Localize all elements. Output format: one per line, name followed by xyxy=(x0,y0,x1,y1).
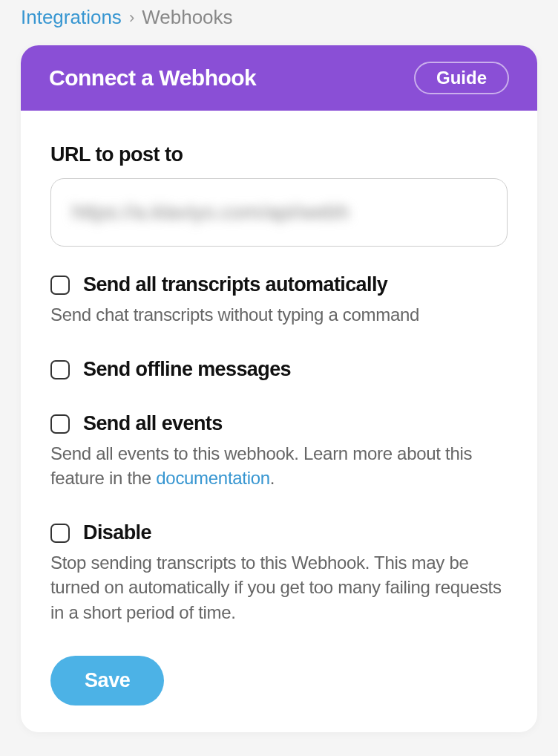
option-title: Disable xyxy=(83,521,151,544)
documentation-link[interactable]: documentation xyxy=(156,468,270,488)
option-desc: Stop sending transcripts to this Webhook… xyxy=(50,550,508,624)
option-offline-messages: Send offline messages xyxy=(50,358,508,381)
breadcrumb-separator: › xyxy=(129,8,134,27)
option-desc-suffix: . xyxy=(270,468,275,488)
guide-button[interactable]: Guide xyxy=(414,62,509,94)
option-send-transcripts: Send all transcripts automatically Send … xyxy=(50,273,508,327)
breadcrumb: Integrations › Webhooks xyxy=(21,6,537,29)
option-send-events: Send all events Send all events to this … xyxy=(50,412,508,490)
option-title: Send all transcripts automatically xyxy=(83,273,387,296)
breadcrumb-parent-link[interactable]: Integrations xyxy=(21,6,122,29)
card-header: Connect a Webhook Guide xyxy=(21,45,537,111)
save-button[interactable]: Save xyxy=(50,656,164,706)
checkbox-offline-messages[interactable] xyxy=(50,360,70,379)
checkbox-disable[interactable] xyxy=(50,524,70,543)
checkbox-send-transcripts[interactable] xyxy=(50,276,70,295)
option-title: Send offline messages xyxy=(83,358,291,381)
option-desc: Send all events to this webhook. Learn m… xyxy=(50,441,508,490)
option-disable: Disable Stop sending transcripts to this… xyxy=(50,521,508,624)
card-body: URL to post to https://a.klaviyo.com/api… xyxy=(21,111,537,732)
option-title: Send all events xyxy=(83,412,223,435)
breadcrumb-current: Webhooks xyxy=(142,6,232,29)
url-field-label: URL to post to xyxy=(50,143,508,166)
webhook-card: Connect a Webhook Guide URL to post to h… xyxy=(21,45,537,732)
checkbox-send-events[interactable] xyxy=(50,414,70,434)
page-title: Connect a Webhook xyxy=(49,65,256,91)
url-input-wrap[interactable]: https://a.klaviyo.com/api/webh xyxy=(50,178,508,247)
option-desc: Send chat transcripts without typing a c… xyxy=(50,302,508,327)
